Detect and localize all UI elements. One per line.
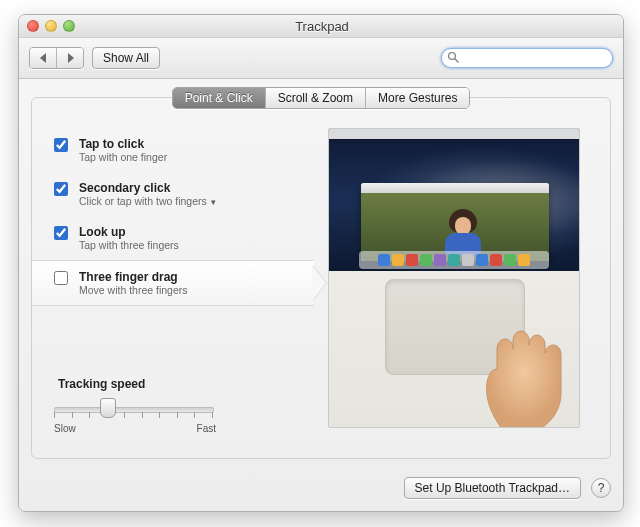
option-subtitle: Move with three fingers (79, 284, 188, 296)
preview-desktop (329, 129, 579, 271)
dock-app-icon (518, 254, 530, 266)
option-checkbox[interactable] (54, 182, 68, 196)
tracking-speed-slider[interactable] (54, 399, 214, 419)
window-title: Trackpad (83, 19, 561, 34)
dock-app-icon (490, 254, 502, 266)
dock-app-icon (476, 254, 488, 266)
search-input[interactable] (441, 48, 613, 68)
dock-app-icon (434, 254, 446, 266)
option-checkbox[interactable] (54, 226, 68, 240)
option-checkbox[interactable] (54, 138, 68, 152)
option-title: Three finger drag (79, 270, 188, 284)
option-subtitle: Tap with one finger (79, 151, 167, 163)
svg-line-3 (455, 59, 458, 62)
prefs-window: Trackpad Show All Point & ClickScroll & … (18, 14, 624, 512)
search-field-wrap (441, 48, 613, 68)
help-icon: ? (598, 481, 605, 495)
chevron-down-icon[interactable]: ▾ (211, 197, 216, 207)
option-row[interactable]: Secondary clickClick or tap with two fin… (32, 172, 314, 216)
tracking-speed-section: Tracking speed Slow Fast (32, 359, 350, 446)
bluetooth-setup-button[interactable]: Set Up Bluetooth Trackpad… (404, 477, 581, 499)
dock-app-icon (462, 254, 474, 266)
back-button[interactable] (30, 48, 57, 68)
svg-marker-0 (40, 53, 46, 63)
svg-marker-1 (68, 53, 74, 63)
hand-icon (435, 323, 580, 428)
bottom-bar: Set Up Bluetooth Trackpad… ? (31, 477, 611, 499)
slider-fast-label: Fast (197, 423, 216, 434)
nav-group (29, 47, 84, 69)
option-row[interactable]: Tap to clickTap with one finger (32, 128, 314, 172)
forward-button[interactable] (57, 48, 83, 68)
show-all-button[interactable]: Show All (92, 47, 160, 69)
help-button[interactable]: ? (591, 478, 611, 498)
option-checkbox[interactable] (54, 271, 68, 285)
option-title: Look up (79, 225, 179, 239)
preview-box (328, 128, 580, 428)
zoom-button[interactable] (63, 20, 75, 32)
preview-dock (359, 251, 549, 269)
slider-slow-label: Slow (54, 423, 76, 434)
tab-scroll-zoom[interactable]: Scroll & Zoom (265, 88, 365, 108)
minimize-button[interactable] (45, 20, 57, 32)
tracking-speed-title: Tracking speed (58, 377, 332, 391)
option-title: Secondary click (79, 181, 216, 195)
close-button[interactable] (27, 20, 39, 32)
toolbar: Show All (19, 38, 623, 79)
show-all-label: Show All (103, 51, 149, 65)
option-row[interactable]: Three finger dragMove with three fingers (32, 260, 314, 306)
dock-app-icon (392, 254, 404, 266)
gesture-preview (314, 120, 610, 458)
option-subtitle: Click or tap with two fingers▾ (79, 195, 216, 207)
dock-app-icon (420, 254, 432, 266)
titlebar: Trackpad (19, 15, 623, 38)
traffic-lights (27, 20, 75, 32)
slider-knob[interactable] (100, 398, 116, 418)
search-icon (447, 51, 459, 63)
bluetooth-setup-label: Set Up Bluetooth Trackpad… (415, 481, 570, 495)
preview-trackpad-area (329, 271, 579, 427)
option-subtitle: Tap with three fingers (79, 239, 179, 251)
dock-app-icon (378, 254, 390, 266)
option-title: Tap to click (79, 137, 167, 151)
tabs-segmented-control: Point & ClickScroll & ZoomMore Gestures (172, 87, 471, 109)
dock-app-icon (448, 254, 460, 266)
preview-app-window (361, 183, 549, 261)
dock-app-icon (406, 254, 418, 266)
prefs-pane: Point & ClickScroll & ZoomMore Gestures … (31, 97, 611, 459)
option-row[interactable]: Look upTap with three fingers (32, 216, 314, 260)
tab-more-gestures[interactable]: More Gestures (365, 88, 469, 108)
dock-app-icon (504, 254, 516, 266)
tab-point-click[interactable]: Point & Click (173, 88, 265, 108)
